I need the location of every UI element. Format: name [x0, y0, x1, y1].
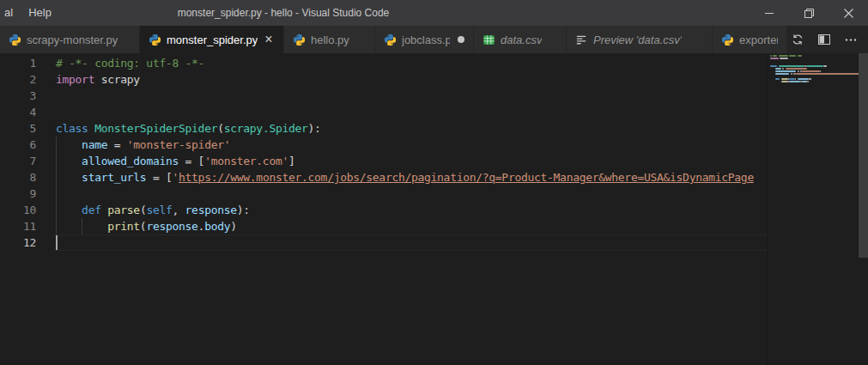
- python-file-icon: [721, 33, 734, 46]
- line-number: 2: [0, 71, 53, 88]
- code-line-6: 6 name = 'monster-spider': [0, 137, 767, 153]
- code-line-content[interactable]: [53, 186, 767, 202]
- tab-label: hello.py: [311, 33, 349, 46]
- code-line-5: 5class MonsterSpiderSpider(scrapy.Spider…: [0, 120, 767, 137]
- token-plain: [56, 171, 82, 184]
- tab-exporters[interactable]: exporters.: [713, 26, 787, 53]
- token-plain: = [: [179, 155, 204, 167]
- minimap-segment: [798, 55, 802, 57]
- python-file-icon: [293, 33, 306, 46]
- line-number: 12: [0, 234, 53, 251]
- token-func: print: [107, 220, 140, 233]
- token-comment: # -*- coding: utf-8 -*-: [56, 57, 204, 70]
- tab-label: scrapy-monster.py: [27, 33, 118, 46]
- code-editor[interactable]: 1# -*- coding: utf-8 -*-2import scrapy34…: [0, 53, 767, 365]
- minimap-segment: [796, 73, 859, 75]
- tab-label: Preview 'data.csv': [593, 33, 682, 46]
- python-file-icon: [384, 33, 397, 46]
- code-line-content[interactable]: [53, 88, 767, 104]
- code-line-content[interactable]: # -*- coding: utf-8 -*-: [53, 55, 767, 71]
- code-line-content[interactable]: def parse(self, response):: [53, 202, 767, 218]
- csv-file-icon: [483, 33, 495, 46]
- more-actions-button[interactable]: [842, 31, 859, 48]
- line-number: 7: [0, 153, 53, 169]
- menu-item-terminal-partial[interactable]: al: [0, 0, 21, 26]
- token-plain: (: [217, 122, 224, 135]
- token-plain: [56, 138, 82, 151]
- code-line-content[interactable]: class MonsterSpiderSpider(scrapy.Spider)…: [53, 120, 767, 137]
- tab-hello-py[interactable]: hello.py: [284, 26, 375, 53]
- indent-guide: [56, 137, 57, 234]
- python-file-icon: [149, 33, 161, 46]
- restore-button[interactable]: [789, 0, 829, 26]
- line-number: 5: [0, 120, 53, 137]
- close-button[interactable]: [829, 0, 868, 26]
- tab-close-icon[interactable]: ×: [264, 33, 272, 46]
- code-line-content[interactable]: [53, 234, 767, 251]
- token-keyword2: def: [82, 204, 101, 216]
- tab-label: monster_spider.py: [167, 33, 258, 46]
- close-icon: [844, 9, 853, 18]
- minimap-segment: [775, 73, 789, 75]
- tab-monster-spider-py[interactable]: monster_spider.py×: [140, 26, 284, 53]
- minimap-segment: [770, 58, 779, 59]
- line-number: 6: [0, 137, 53, 153]
- token-string: ': [173, 171, 179, 184]
- minimize-button[interactable]: [750, 0, 789, 26]
- tab-bar: scrapy-monster.pymonster_spider.py×hello…: [0, 26, 868, 53]
- minimap-segment: [789, 55, 796, 57]
- scrollbar-thumb[interactable]: [859, 53, 868, 258]
- tab-preview-data-csv[interactable]: Preview 'data.csv': [567, 26, 713, 53]
- line-number: 9: [0, 186, 53, 202]
- minimap-segment: [770, 65, 777, 67]
- minimap-segment: [823, 65, 826, 67]
- tab-scrapy-monster-py[interactable]: scrapy-monster.py: [0, 26, 140, 53]
- minimize-icon: [765, 13, 774, 14]
- minimap-segment: [789, 81, 800, 82]
- token-plain: ):: [237, 204, 250, 216]
- sync-icon: [791, 33, 804, 46]
- code-line-2: 2import scrapy: [0, 71, 767, 88]
- menu-item-help[interactable]: Help: [21, 0, 59, 26]
- line-number: 8: [0, 169, 53, 186]
- line-number: 10: [0, 202, 53, 218]
- minimap-segment: [802, 70, 820, 72]
- code-line-content[interactable]: start_urls = ['https://www.monster.com/j…: [53, 169, 767, 186]
- preview-file-icon: [575, 33, 588, 46]
- minimap[interactable]: [770, 54, 859, 226]
- token-plain: =: [107, 138, 127, 151]
- token-keyword2: class: [56, 122, 88, 135]
- code-line-7: 7 allowed_domains = ['monster.com']: [0, 153, 767, 169]
- minimap-segment: [775, 68, 780, 70]
- python-file-icon: [9, 33, 21, 46]
- token-func: parse: [107, 204, 140, 216]
- token-type: MonsterSpiderSpider: [94, 122, 217, 135]
- token-keyword: import: [56, 73, 94, 86]
- code-line-11: 11 print(response.body): [0, 218, 767, 234]
- code-line-content[interactable]: print(response.body): [53, 218, 767, 234]
- tab-jobclass-py[interactable]: jobclass.py: [375, 26, 474, 53]
- code-line-8: 8 start_urls = ['https://www.monster.com…: [0, 169, 767, 186]
- code-line-content[interactable]: allowed_domains = ['monster.com']: [53, 153, 767, 169]
- code-line-content[interactable]: name = 'monster-spider': [53, 137, 767, 153]
- minimap-segment: [798, 78, 809, 80]
- minimap-segment: [775, 70, 796, 72]
- split-editor-button[interactable]: [816, 31, 833, 48]
- minimap-segment: [807, 81, 809, 82]
- minimap-segment: [806, 65, 824, 67]
- token-plain: ]: [288, 155, 295, 167]
- text-cursor: [56, 235, 58, 250]
- line-number: 4: [0, 104, 53, 120]
- line-number: 11: [0, 218, 53, 234]
- code-line-10: 10 def parse(self, response):: [0, 202, 767, 218]
- synchronize-changes-button[interactable]: [789, 31, 806, 48]
- code-line-content[interactable]: import scrapy: [53, 71, 767, 88]
- code-line-1: 1# -*- coding: utf-8 -*-: [0, 55, 767, 71]
- code-line-content[interactable]: [53, 104, 767, 120]
- split-icon: [817, 33, 831, 46]
- token-plain: .: [198, 220, 205, 233]
- token-string: 'monster-spider': [127, 138, 230, 151]
- vertical-scrollbar: [859, 53, 868, 365]
- editor-actions: [787, 26, 868, 53]
- tab-data-csv[interactable]: data.csv: [474, 26, 567, 53]
